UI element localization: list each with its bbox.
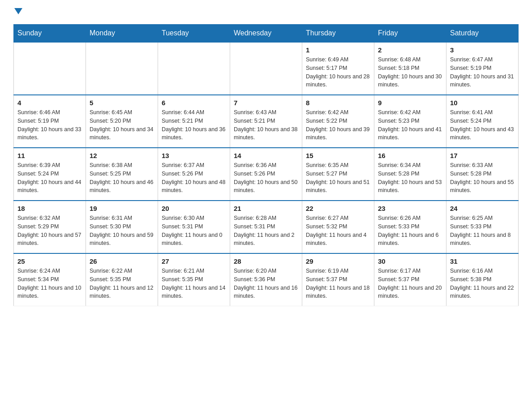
- day-info-line: Sunset: 5:32 PM: [306, 223, 347, 230]
- day-info-line: Daylight: 11 hours and 0 minutes.: [162, 232, 223, 247]
- day-info-line: Sunrise: 6:34 AM: [378, 162, 420, 168]
- day-info-line: Sunset: 5:35 PM: [90, 276, 131, 283]
- calendar-cell: 21Sunrise: 6:28 AMSunset: 5:31 PMDayligh…: [230, 201, 302, 253]
- day-info-line: Sunrise: 6:41 AM: [450, 109, 493, 116]
- day-info-line: Sunrise: 6:22 AM: [90, 268, 132, 274]
- day-info-line: Sunrise: 6:30 AM: [162, 215, 204, 221]
- day-info: Sunrise: 6:47 AMSunset: 5:19 PMDaylight:…: [450, 56, 515, 89]
- calendar-cell: 19Sunrise: 6:31 AMSunset: 5:30 PMDayligh…: [86, 201, 158, 253]
- day-info: Sunrise: 6:38 AMSunset: 5:25 PMDaylight:…: [90, 161, 154, 195]
- day-info-line: Daylight: 10 hours and 51 minutes.: [306, 179, 369, 194]
- day-info-line: Daylight: 11 hours and 16 minutes.: [234, 285, 297, 300]
- day-info: Sunrise: 6:21 AMSunset: 5:35 PMDaylight:…: [162, 267, 226, 300]
- day-info-line: Sunrise: 6:45 AM: [90, 109, 132, 116]
- calendar-cell: 18Sunrise: 6:32 AMSunset: 5:29 PMDayligh…: [14, 201, 86, 253]
- calendar-cell: 28Sunrise: 6:20 AMSunset: 5:36 PMDayligh…: [230, 253, 302, 306]
- col-header-tuesday: Tuesday: [158, 25, 230, 43]
- day-info-line: Sunrise: 6:36 AM: [234, 162, 276, 168]
- day-info-line: Sunset: 5:29 PM: [17, 223, 59, 230]
- calendar-cell: 9Sunrise: 6:42 AMSunset: 5:23 PMDaylight…: [374, 95, 446, 148]
- day-info-line: Sunrise: 6:20 AM: [234, 268, 276, 274]
- day-number: 20: [162, 205, 226, 212]
- logo: [13, 9, 22, 15]
- day-info-line: Daylight: 10 hours and 38 minutes.: [234, 126, 297, 141]
- calendar-cell: 13Sunrise: 6:37 AMSunset: 5:26 PMDayligh…: [158, 148, 230, 201]
- day-info-line: Daylight: 11 hours and 22 minutes.: [450, 285, 514, 300]
- day-info-line: Daylight: 10 hours and 53 minutes.: [378, 179, 442, 194]
- calendar-cell: 7Sunrise: 6:43 AMSunset: 5:21 PMDaylight…: [230, 95, 302, 148]
- day-info-line: Sunrise: 6:19 AM: [306, 268, 348, 274]
- day-info-line: Sunset: 5:20 PM: [90, 118, 131, 124]
- day-number: 13: [162, 152, 226, 159]
- day-info: Sunrise: 6:49 AMSunset: 5:17 PMDaylight:…: [306, 56, 370, 89]
- calendar-cell: 10Sunrise: 6:41 AMSunset: 5:24 PMDayligh…: [446, 95, 519, 148]
- col-header-wednesday: Wednesday: [230, 25, 302, 43]
- calendar-cell: 12Sunrise: 6:38 AMSunset: 5:25 PMDayligh…: [86, 148, 158, 201]
- day-info-line: Daylight: 11 hours and 8 minutes.: [450, 232, 511, 247]
- day-info-line: Sunset: 5:36 PM: [234, 276, 275, 283]
- calendar-cell: 5Sunrise: 6:45 AMSunset: 5:20 PMDaylight…: [86, 95, 158, 148]
- day-number: 16: [378, 152, 442, 159]
- day-info-line: Daylight: 10 hours and 28 minutes.: [306, 73, 369, 88]
- day-info-line: Sunset: 5:28 PM: [378, 171, 419, 177]
- day-number: 10: [450, 99, 515, 107]
- calendar-week-row: 11Sunrise: 6:39 AMSunset: 5:24 PMDayligh…: [14, 148, 519, 201]
- day-info-line: Daylight: 10 hours and 55 minutes.: [450, 179, 514, 194]
- calendar-cell: 20Sunrise: 6:30 AMSunset: 5:31 PMDayligh…: [158, 201, 230, 253]
- day-info-line: Sunset: 5:18 PM: [378, 65, 419, 71]
- col-header-sunday: Sunday: [14, 25, 86, 43]
- day-info-line: Daylight: 11 hours and 20 minutes.: [378, 285, 442, 300]
- day-info-line: Sunrise: 6:43 AM: [234, 109, 276, 116]
- day-number: 2: [378, 46, 442, 54]
- calendar-cell: 17Sunrise: 6:33 AMSunset: 5:28 PMDayligh…: [446, 148, 519, 201]
- day-info: Sunrise: 6:30 AMSunset: 5:31 PMDaylight:…: [162, 214, 226, 248]
- day-number: 9: [378, 99, 442, 107]
- day-number: 11: [17, 152, 82, 159]
- calendar-cell: 30Sunrise: 6:17 AMSunset: 5:37 PMDayligh…: [374, 253, 446, 306]
- day-info: Sunrise: 6:41 AMSunset: 5:24 PMDaylight:…: [450, 108, 515, 142]
- col-header-monday: Monday: [86, 25, 158, 43]
- day-number: 21: [234, 205, 298, 212]
- day-info-line: Sunrise: 6:48 AM: [378, 56, 420, 63]
- day-info-line: Daylight: 11 hours and 14 minutes.: [162, 285, 225, 300]
- day-info-line: Sunrise: 6:17 AM: [378, 268, 420, 274]
- day-info-line: Sunrise: 6:27 AM: [306, 215, 348, 221]
- day-number: 1: [306, 46, 370, 54]
- header: [13, 9, 519, 15]
- calendar-cell: [230, 42, 302, 95]
- calendar-cell: 14Sunrise: 6:36 AMSunset: 5:26 PMDayligh…: [230, 148, 302, 201]
- logo-triangle-icon: [14, 8, 22, 14]
- day-info-line: Sunrise: 6:37 AM: [162, 162, 204, 168]
- day-info-line: Daylight: 10 hours and 41 minutes.: [378, 126, 442, 141]
- day-info: Sunrise: 6:31 AMSunset: 5:30 PMDaylight:…: [90, 214, 154, 248]
- calendar-cell: 22Sunrise: 6:27 AMSunset: 5:32 PMDayligh…: [302, 201, 374, 253]
- day-info: Sunrise: 6:25 AMSunset: 5:33 PMDaylight:…: [450, 214, 515, 248]
- day-info: Sunrise: 6:43 AMSunset: 5:21 PMDaylight:…: [234, 108, 298, 142]
- day-info-line: Sunrise: 6:44 AM: [162, 109, 204, 116]
- day-info-line: Sunset: 5:30 PM: [90, 223, 131, 230]
- day-info-line: Sunrise: 6:24 AM: [17, 268, 60, 274]
- day-info-line: Sunset: 5:37 PM: [378, 276, 419, 283]
- calendar-cell: 3Sunrise: 6:47 AMSunset: 5:19 PMDaylight…: [446, 42, 519, 95]
- day-number: 8: [306, 99, 370, 107]
- day-info: Sunrise: 6:33 AMSunset: 5:28 PMDaylight:…: [450, 161, 515, 195]
- day-info-line: Daylight: 10 hours and 43 minutes.: [450, 126, 514, 141]
- day-number: 17: [450, 152, 515, 159]
- calendar-header-row: SundayMondayTuesdayWednesdayThursdayFrid…: [14, 25, 519, 43]
- day-info: Sunrise: 6:28 AMSunset: 5:31 PMDaylight:…: [234, 214, 298, 248]
- day-info: Sunrise: 6:42 AMSunset: 5:23 PMDaylight:…: [378, 108, 442, 142]
- day-info-line: Sunset: 5:17 PM: [306, 65, 347, 71]
- day-info: Sunrise: 6:34 AMSunset: 5:28 PMDaylight:…: [378, 161, 442, 195]
- day-info-line: Daylight: 10 hours and 30 minutes.: [378, 73, 442, 88]
- day-info-line: Sunset: 5:33 PM: [450, 223, 491, 230]
- day-info-line: Daylight: 10 hours and 59 minutes.: [90, 232, 153, 247]
- calendar-cell: 15Sunrise: 6:35 AMSunset: 5:27 PMDayligh…: [302, 148, 374, 201]
- day-info-line: Daylight: 11 hours and 12 minutes.: [90, 285, 153, 300]
- day-info-line: Sunset: 5:22 PM: [306, 118, 347, 124]
- day-info-line: Sunrise: 6:32 AM: [17, 215, 60, 221]
- day-info: Sunrise: 6:22 AMSunset: 5:35 PMDaylight:…: [90, 267, 154, 300]
- calendar-cell: 24Sunrise: 6:25 AMSunset: 5:33 PMDayligh…: [446, 201, 519, 253]
- day-info-line: Daylight: 10 hours and 46 minutes.: [90, 179, 153, 194]
- day-number: 23: [378, 205, 442, 212]
- calendar-week-row: 1Sunrise: 6:49 AMSunset: 5:17 PMDaylight…: [14, 42, 519, 95]
